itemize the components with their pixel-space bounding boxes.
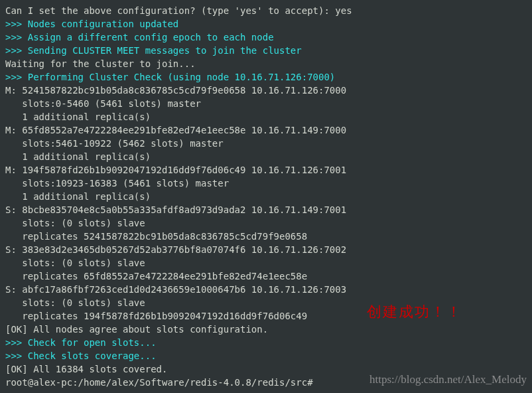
terminal-line: slots:5461-10922 (5462 slots) master xyxy=(5,137,527,150)
terminal-line: slots:10923-16383 (5461 slots) master xyxy=(5,177,527,190)
terminal-line: S: abfc17a86fbf7263ced1d0d2436659e100064… xyxy=(5,283,527,296)
terminal-line: >>> Sending CLUSTER MEET messages to joi… xyxy=(5,44,527,57)
terminal-line: 1 additional replica(s) xyxy=(5,150,527,163)
terminal-line: S: 8bcbe835704e8c5a0b55a335afdf8ad973d9a… xyxy=(5,203,527,216)
terminal-line: replicates 5241587822bc91b05da8c836785c5… xyxy=(5,230,527,243)
terminal-line: slots: (0 slots) slave xyxy=(5,256,527,270)
terminal-line: >>> Check slots coverage... xyxy=(5,349,527,362)
terminal-line: >>> Performing Cluster Check (using node… xyxy=(5,70,527,84)
terminal-line: [OK] All nodes agree about slots configu… xyxy=(5,323,527,336)
terminal-line: >>> Assign a different config epoch to e… xyxy=(5,31,527,44)
terminal-line: S: 383e83d2e3465db05267d52ab3776bf8a0707… xyxy=(5,243,527,256)
terminal-line: slots:0-5460 (5461 slots) master xyxy=(5,97,527,110)
terminal-line: M: 194f5878fd26b1b9092047192d16dd9f76d06… xyxy=(5,163,527,177)
annotation-success: 创建成功！！ xyxy=(367,305,462,319)
terminal-line: M: 65fd8552a7e4722284ee291bfe82ed74e1eec… xyxy=(5,123,527,137)
terminal-line: replicates 65fd8552a7e4722284ee291bfe82e… xyxy=(5,270,527,283)
terminal-line: Waiting for the cluster to join... xyxy=(5,57,527,70)
terminal-line: >>> Nodes configuration updated xyxy=(5,17,527,31)
terminal-line: 1 additional replica(s) xyxy=(5,110,527,123)
terminal-line: 1 additional replica(s) xyxy=(5,190,527,203)
terminal-line: M: 5241587822bc91b05da8c836785c5cd79f9e0… xyxy=(5,84,527,97)
terminal-output[interactable]: Can I set the above configuration? (type… xyxy=(5,4,527,389)
terminal-line: >>> Check for open slots... xyxy=(5,336,527,349)
watermark-url: https://blog.csdn.net/Alex_Melody xyxy=(369,373,527,386)
terminal-line: Can I set the above configuration? (type… xyxy=(5,4,527,17)
terminal-line: slots: (0 slots) slave xyxy=(5,216,527,230)
